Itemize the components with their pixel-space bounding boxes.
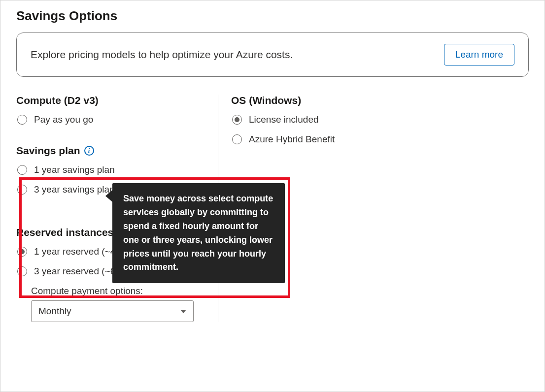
payment-options-label: Compute payment options: (31, 286, 208, 296)
option-1yr-savings-plan[interactable]: 1 year savings plan (17, 164, 208, 175)
tooltip-text: Save money across select compute service… (123, 194, 273, 272)
option-label: Pay as you go (34, 114, 93, 125)
radio-icon (17, 266, 27, 276)
savings-options-panel: Savings Options Explore pricing models t… (0, 0, 545, 392)
savings-plan-tooltip: Save money across select compute service… (112, 183, 285, 283)
option-label: Azure Hybrid Benefit (249, 134, 335, 145)
option-label: License included (249, 114, 319, 125)
option-label: 1 year savings plan (34, 164, 115, 175)
payment-options-select[interactable]: Monthly (31, 300, 194, 322)
pricing-banner: Explore pricing models to help optimize … (16, 33, 529, 77)
savings-plan-heading: Savings plan i (16, 145, 208, 157)
radio-icon (17, 115, 27, 125)
radio-icon (17, 185, 27, 195)
radio-icon (17, 247, 27, 257)
compute-heading-text: Compute (D2 v3) (16, 95, 99, 106)
os-heading-text: OS (Windows) (231, 95, 301, 106)
os-heading: OS (Windows) (231, 95, 529, 106)
option-azure-hybrid-benefit[interactable]: Azure Hybrid Benefit (232, 134, 529, 145)
radio-icon (232, 115, 242, 125)
compute-heading: Compute (D2 v3) (16, 95, 208, 106)
option-license-included[interactable]: License included (232, 114, 529, 125)
radio-icon (17, 165, 27, 175)
radio-icon (232, 134, 242, 144)
option-pay-as-you-go[interactable]: Pay as you go (17, 114, 208, 125)
info-icon[interactable]: i (84, 146, 94, 156)
select-value: Monthly (38, 306, 71, 317)
savings-plan-heading-text: Savings plan (16, 145, 80, 157)
option-label: 3 year savings plan (34, 184, 115, 195)
learn-more-button[interactable]: Learn more (444, 44, 514, 65)
chevron-down-icon (180, 310, 186, 313)
banner-text: Explore pricing models to help optimize … (31, 49, 293, 61)
reserved-heading-text: Reserved instances (16, 227, 113, 238)
page-title: Savings Options (16, 8, 529, 24)
